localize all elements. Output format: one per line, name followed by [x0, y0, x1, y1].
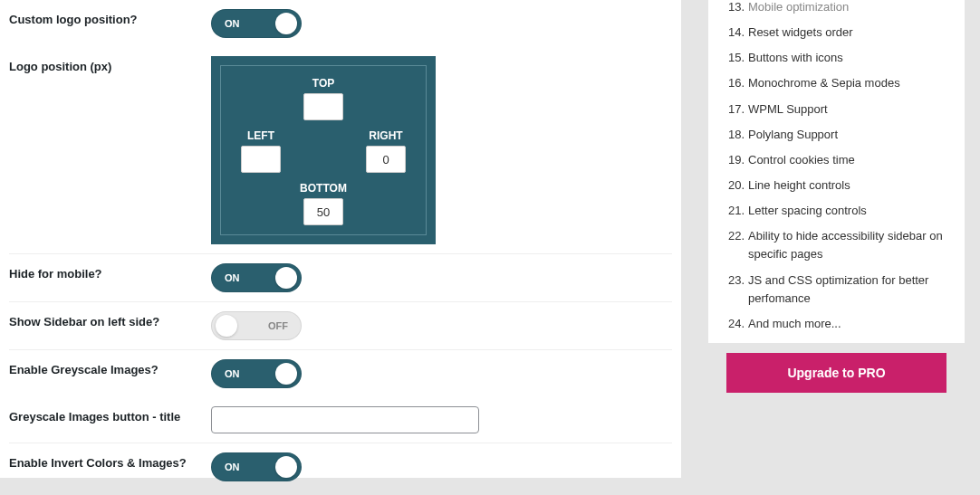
toggle-knob-icon — [275, 363, 297, 385]
list-item: WPML Support — [726, 97, 946, 122]
pro-feature-list: Mobile optimization Reset widgets order … — [726, 0, 946, 337]
toggle-knob-icon — [275, 267, 297, 289]
label-logo-position: Logo position (px) — [9, 56, 211, 73]
pos-bottom-label: BOTTOM — [228, 182, 418, 195]
toggle-knob-icon — [275, 456, 297, 478]
label-custom-logo-position: Custom logo position? — [9, 9, 211, 26]
row-logo-position: Logo position (px) TOP LEFT RIGHT — [9, 47, 672, 254]
pos-top-label: TOP — [228, 77, 418, 90]
logo-position-box: TOP LEFT RIGHT BOTTOM — [211, 56, 436, 244]
pos-right-input[interactable] — [366, 146, 406, 173]
label-hide-mobile: Hide for mobile? — [9, 263, 211, 281]
toggle-greyscale[interactable]: ON — [211, 359, 302, 388]
row-hide-mobile: Hide for mobile? ON — [9, 254, 672, 302]
pro-sidebar: Mobile optimization Reset widgets order … — [708, 0, 965, 343]
row-greyscale: Enable Greyscale Images? ON — [9, 350, 672, 397]
pos-left-input[interactable] — [241, 146, 281, 173]
toggle-custom-logo-position[interactable]: ON — [211, 9, 302, 38]
list-item: Line height controls — [726, 173, 946, 198]
toggle-sidebar-left[interactable]: OFF — [211, 311, 302, 340]
toggle-knob-icon — [275, 13, 297, 34]
row-greyscale-title: Greyscale Images button - title — [9, 397, 672, 443]
toggle-invert[interactable]: ON — [211, 452, 302, 481]
list-item: JS and CSS optimization for better perfo… — [726, 268, 946, 311]
pos-left-label: LEFT — [234, 129, 288, 142]
pos-bottom-input[interactable] — [303, 198, 343, 225]
list-item: And much more... — [726, 311, 946, 337]
list-item: Letter spacing controls — [726, 198, 946, 224]
list-item: Polylang Support — [726, 122, 946, 148]
row-custom-logo-position: Custom logo position? ON — [9, 0, 672, 47]
list-item: Ability to hide accessibility sidebar on… — [726, 224, 946, 267]
label-greyscale-title: Greyscale Images button - title — [9, 406, 211, 424]
list-item: Reset widgets order — [726, 20, 946, 45]
toggle-knob-icon — [216, 315, 237, 337]
toggle-on-label: ON — [225, 18, 240, 29]
row-invert-title: Invert button - title — [9, 490, 672, 495]
toggle-on-label: ON — [225, 272, 240, 283]
label-sidebar-left: Show Sidebar on left side? — [9, 311, 211, 328]
toggle-off-label: OFF — [268, 320, 288, 331]
toggle-on-label: ON — [225, 368, 240, 379]
row-invert: Enable Invert Colors & Images? ON — [9, 443, 672, 490]
pos-top-input[interactable] — [303, 93, 343, 120]
input-greyscale-title[interactable] — [211, 406, 479, 433]
list-item: Mobile optimization — [726, 0, 946, 20]
upgrade-to-pro-button[interactable]: Upgrade to PRO — [726, 353, 946, 393]
row-sidebar-left: Show Sidebar on left side? OFF — [9, 302, 672, 350]
settings-form: Custom logo position? ON Logo position (… — [0, 0, 681, 478]
label-greyscale: Enable Greyscale Images? — [9, 359, 211, 376]
list-item: Monochrome & Sepia modes — [726, 71, 946, 96]
list-item: Buttons with icons — [726, 45, 946, 71]
pos-right-label: RIGHT — [359, 129, 413, 142]
toggle-hide-mobile[interactable]: ON — [211, 263, 302, 292]
toggle-on-label: ON — [225, 462, 240, 472]
label-invert: Enable Invert Colors & Images? — [9, 452, 211, 470]
list-item: Control cookies time — [726, 148, 946, 173]
